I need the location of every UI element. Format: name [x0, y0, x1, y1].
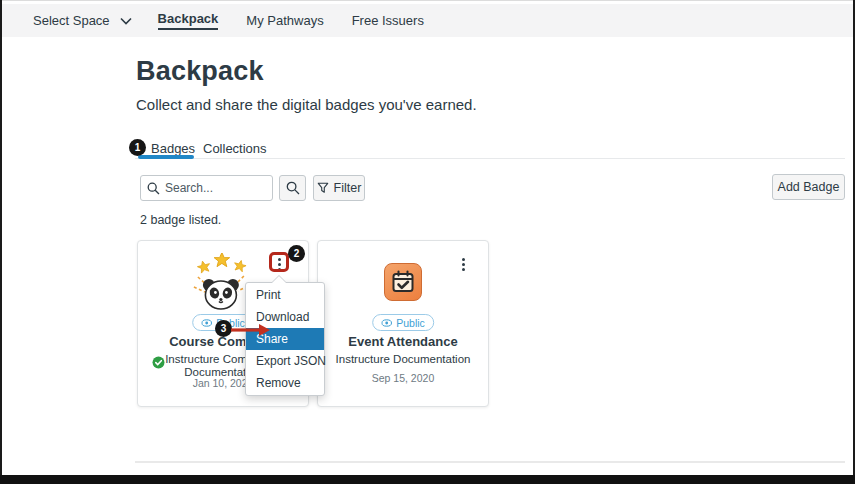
search-box: [140, 175, 273, 201]
step-annotation-1: 1: [129, 139, 146, 156]
nav-item-backpack[interactable]: Backpack: [158, 11, 219, 30]
select-space-menu[interactable]: Select Space: [33, 13, 132, 28]
search-icon: [147, 182, 160, 195]
badge-count-text: 2 badge listed.: [140, 213, 221, 227]
filter-label: Filter: [334, 181, 362, 195]
active-tab-underline: [138, 155, 194, 159]
menu-item-print[interactable]: Print: [246, 284, 324, 306]
badge-issuer: Instructure Documentation: [318, 353, 488, 366]
select-space-label: Select Space: [33, 13, 110, 28]
search-input[interactable]: [165, 181, 266, 195]
eye-icon: [381, 319, 392, 327]
backpack-page: Select Space Backpack My Pathways Free I…: [0, 0, 855, 484]
step-annotation-3: 3: [215, 320, 232, 337]
filter-button[interactable]: Filter: [313, 175, 365, 201]
calendar-check-icon: [384, 263, 422, 301]
nav-item-my-pathways[interactable]: My Pathways: [246, 13, 323, 28]
badge-title: Event Attendance: [318, 334, 488, 349]
kebab-menu-icon[interactable]: [456, 255, 470, 273]
tabs-divider: [135, 158, 845, 159]
public-label: Public: [396, 317, 425, 329]
frame-left: [0, 0, 2, 484]
funnel-icon: [317, 182, 329, 194]
tab-badges[interactable]: Badges: [151, 141, 195, 156]
public-visibility-badge: Public: [372, 314, 434, 331]
badge-card-event-attendance[interactable]: Public Event Attendance Instructure Docu…: [317, 240, 489, 407]
chevron-down-icon: [120, 17, 132, 25]
nav-item-free-issuers[interactable]: Free Issuers: [352, 13, 424, 28]
step-annotation-2: 2: [288, 245, 305, 262]
menu-item-export-json[interactable]: Export JSON: [246, 350, 324, 372]
kebab-menu-icon[interactable]: [272, 255, 286, 273]
magnifier-icon: [286, 181, 300, 195]
footer-divider: [135, 461, 845, 463]
page-title: Backpack: [136, 56, 264, 87]
add-badge-button[interactable]: Add Badge: [772, 174, 845, 200]
page-subtitle: Collect and share the digital badges you…: [136, 96, 477, 113]
badge-date: Sep 15, 2020: [318, 372, 488, 384]
search-button[interactable]: [279, 175, 306, 201]
tab-collections[interactable]: Collections: [203, 141, 267, 156]
top-nav: Select Space Backpack My Pathways Free I…: [2, 4, 853, 37]
menu-item-remove[interactable]: Remove: [246, 372, 324, 394]
annotation-arrow: [231, 323, 271, 341]
frame-bottom-bar: [0, 475, 855, 484]
eye-icon: [201, 319, 212, 327]
frame-top: [0, 0, 855, 1]
